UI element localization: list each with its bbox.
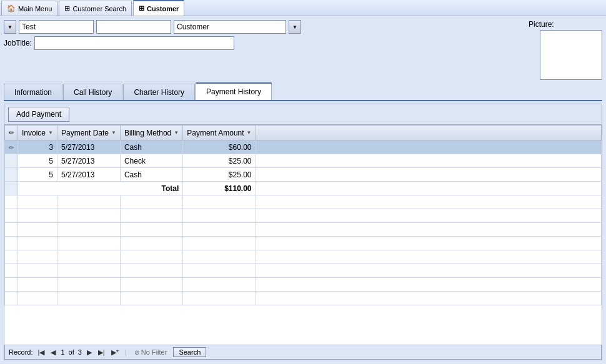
table-row[interactable]: 5 5/27/2013 Cash $25.00 <box>5 168 602 182</box>
empty-row <box>5 195 602 209</box>
picture-area: Picture: <box>527 20 602 80</box>
grid-icon-2: ⊞ <box>139 4 144 12</box>
jobtitle-label: JobTitle: <box>4 39 32 47</box>
col-payment-date[interactable]: Payment Date ▼ <box>57 125 120 140</box>
tab-main-menu[interactable]: 🏠 Main Menu <box>1 1 57 16</box>
invoice-cell: 5 <box>18 168 57 182</box>
empty-row <box>5 223 602 237</box>
empty-row <box>5 237 602 250</box>
billing-method-cell: Cash <box>120 168 182 182</box>
name-row: ▼ ▼ <box>4 20 524 34</box>
record-label: Record: <box>9 348 33 356</box>
empty-cell <box>256 154 601 168</box>
nav-next-button[interactable]: ▶ <box>86 348 93 357</box>
empty-row <box>5 278 602 292</box>
empty-row <box>5 264 602 278</box>
pencil-header-icon: ✏ <box>9 129 14 136</box>
jobtitle-input[interactable] <box>34 36 234 50</box>
payment-date-cell: 5/27/2013 <box>57 154 120 168</box>
separator: | <box>125 348 127 356</box>
payment-date-cell: 5/27/2013 <box>57 140 120 154</box>
col-empty <box>256 125 601 140</box>
nav-last-button[interactable]: ▶| <box>97 348 106 357</box>
tab-customer-search[interactable]: ⊞ Customer Search <box>59 1 132 16</box>
payment-amount-cell: $60.00 <box>183 140 256 154</box>
empty-row <box>5 250 602 264</box>
table-container: Add Payment ✏ Invoice ▼ <box>4 104 602 360</box>
table-row[interactable]: ✏ 3 5/27/2013 Cash $60.00 <box>5 140 602 154</box>
nav-new-button[interactable]: ▶* <box>110 348 120 357</box>
col-indicator: ✏ <box>5 125 18 140</box>
empty-cell <box>256 182 601 195</box>
tab-information[interactable]: Information <box>4 84 62 100</box>
middle-name-input[interactable] <box>96 20 171 34</box>
invoice-cell: 3 <box>18 140 57 154</box>
status-bar: Record: |◀ ◀ 1 of 3 ▶ ▶| ▶* | ⊘ No Filte… <box>4 345 602 360</box>
form-fields: ▼ ▼ JobTitle: <box>4 20 524 50</box>
payments-table: ✏ Invoice ▼ Payment Date ▼ <box>4 125 602 305</box>
home-icon: 🏠 <box>7 4 16 12</box>
empty-row <box>5 209 602 223</box>
tab-charter-history[interactable]: Charter History <box>123 84 195 100</box>
sort-icon-invoice: ▼ <box>48 130 53 135</box>
inner-tab-bar: Information Call History Charter History… <box>4 82 602 101</box>
billing-method-cell: Check <box>120 154 182 168</box>
record-of: of <box>69 348 74 356</box>
col-invoice[interactable]: Invoice ▼ <box>18 125 57 140</box>
search-button[interactable]: Search <box>173 347 206 357</box>
payment-amount-cell: $25.00 <box>183 168 256 182</box>
form-top: ▼ ▼ JobTitle: Picture: <box>4 20 602 80</box>
payment-date-cell: 5/27/2013 <box>57 168 120 182</box>
record-current: 1 <box>61 348 64 356</box>
nav-first-button[interactable]: |◀ <box>37 348 46 357</box>
tab-customer[interactable]: ⊞ Customer <box>133 0 184 16</box>
filter-label: No Filter <box>141 348 167 356</box>
total-row: Total $110.00 <box>5 182 602 195</box>
grid-icon: ⊞ <box>64 4 70 12</box>
col-billing-method[interactable]: Billing Method ▼ <box>120 125 182 140</box>
sort-icon-amount: ▼ <box>247 130 252 135</box>
total-label: Total <box>18 182 183 195</box>
billing-method-cell: Cash <box>120 140 182 154</box>
empty-row <box>5 292 602 305</box>
nav-prev-button[interactable]: ◀ <box>49 348 57 357</box>
suffix-dropdown[interactable]: ▼ <box>289 20 301 34</box>
row-indicator <box>5 154 18 168</box>
pencil-icon: ✏ <box>9 144 14 151</box>
payment-amount-cell: $25.00 <box>183 154 256 168</box>
tab-call-history[interactable]: Call History <box>63 84 122 100</box>
main-content: ▼ ▼ JobTitle: Picture: Information Call … <box>0 16 606 364</box>
col-payment-amount[interactable]: Payment Amount ▼ <box>183 125 256 140</box>
prefix-dropdown[interactable]: ▼ <box>4 20 16 34</box>
filter-indicator: ⊘ No Filter <box>132 348 170 356</box>
row-indicator <box>5 168 18 182</box>
total-value: $110.00 <box>183 182 256 195</box>
row-indicator <box>5 182 18 195</box>
title-bar: 🏠 Main Menu ⊞ Customer Search ⊞ Customer <box>0 0 606 16</box>
jobtitle-row: JobTitle: <box>4 36 524 50</box>
picture-box <box>540 30 602 80</box>
picture-label: Picture: <box>527 20 554 29</box>
first-name-input[interactable] <box>19 20 94 34</box>
record-total: 3 <box>78 348 82 356</box>
empty-cell <box>256 168 601 182</box>
sort-icon-billing: ▼ <box>174 130 179 135</box>
tab-payment-history[interactable]: Payment History <box>196 82 272 100</box>
add-payment-button[interactable]: Add Payment <box>8 107 69 122</box>
row-indicator: ✏ <box>5 140 18 154</box>
sort-icon-date: ▼ <box>111 130 116 135</box>
filter-icon: ⊘ <box>134 349 139 356</box>
add-payment-bar: Add Payment <box>4 104 602 125</box>
empty-cell <box>256 140 601 154</box>
invoice-cell: 5 <box>18 154 57 168</box>
table-row[interactable]: 5 5/27/2013 Check $25.00 <box>5 154 602 168</box>
last-name-input[interactable] <box>174 20 286 34</box>
